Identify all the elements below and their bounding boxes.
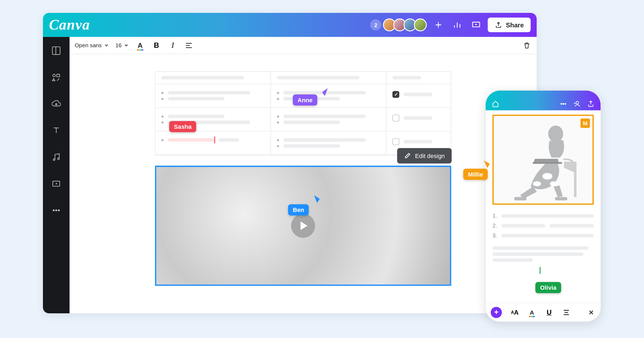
text-icon[interactable]: [50, 124, 62, 137]
bold-button[interactable]: B: [152, 41, 161, 50]
analytics-icon[interactable]: [450, 18, 464, 32]
align-icon[interactable]: [562, 308, 570, 317]
mobile-preview: M: [485, 90, 601, 322]
m-badge: M: [580, 119, 590, 128]
svg-rect-15: [533, 162, 562, 164]
font-size-icon[interactable]: AA: [510, 308, 519, 317]
svg-point-17: [542, 173, 552, 180]
collaborator-cursor-sasha: Sasha: [169, 121, 196, 132]
collaborator-cursor-millie: Millie: [463, 169, 488, 180]
collaborator-count-badge: 2: [370, 19, 382, 31]
svg-rect-20: [555, 197, 567, 200]
collaborator-cursor-olivia: Olivia: [535, 282, 561, 293]
text-color-button[interactable]: A: [136, 41, 145, 50]
svg-point-9: [58, 210, 60, 211]
svg-point-12: [565, 103, 566, 104]
embedded-video[interactable]: Edit design: [155, 166, 451, 286]
svg-point-11: [563, 103, 564, 104]
top-bar: Canva 2 Share: [43, 13, 537, 37]
placeholder-text: [283, 121, 340, 124]
placeholder-text: [393, 76, 421, 79]
placeholder-text: [168, 115, 225, 118]
video-icon[interactable]: [50, 178, 62, 190]
add-collaborator-button[interactable]: [431, 18, 446, 32]
export-icon[interactable]: [587, 100, 595, 108]
text-cursor: [540, 267, 540, 274]
font-family-select[interactable]: Open sans: [75, 42, 108, 49]
canva-logo: Canva: [49, 17, 90, 33]
mobile-top-bar: [486, 91, 601, 111]
share-label: Share: [506, 21, 524, 28]
svg-point-13: [576, 101, 579, 104]
placeholder-text: [502, 214, 594, 218]
svg-point-5: [57, 158, 59, 160]
play-button-icon[interactable]: [291, 214, 315, 238]
edit-design-tooltip[interactable]: Edit design: [397, 148, 452, 164]
placeholder-text: [168, 91, 250, 94]
svg-point-16: [533, 181, 541, 186]
svg-rect-1: [52, 47, 60, 54]
add-button[interactable]: +: [491, 307, 502, 318]
more-icon[interactable]: [559, 100, 567, 108]
checkbox-unchecked[interactable]: [393, 115, 400, 122]
svg-point-8: [56, 210, 57, 211]
text-toolbar: Open sans 16 A B I: [69, 37, 537, 54]
checkbox-checked[interactable]: [393, 91, 400, 98]
svg-point-10: [561, 103, 562, 104]
add-people-icon[interactable]: [573, 100, 581, 108]
present-icon[interactable]: [469, 18, 484, 32]
illustration-frame[interactable]: M: [492, 115, 594, 205]
numbered-list: 1. 2. 3.: [492, 212, 594, 239]
active-edit-text[interactable]: [168, 138, 214, 142]
checkbox-unchecked[interactable]: [393, 138, 400, 145]
placeholder-text: [219, 138, 239, 142]
share-button[interactable]: Share: [488, 18, 531, 32]
avatar[interactable]: [414, 19, 427, 31]
placeholder-text: [283, 115, 366, 118]
person-laptop-illustration: [496, 118, 590, 201]
align-button[interactable]: [184, 41, 194, 50]
mobile-toolbar: + AA A U: [486, 303, 601, 321]
placeholder-text: [502, 224, 546, 227]
svg-point-2: [53, 74, 56, 77]
collaborator-avatars: [386, 19, 427, 31]
placeholder-text: [404, 140, 433, 144]
delete-button[interactable]: [522, 41, 532, 50]
font-size-select[interactable]: 16: [115, 42, 129, 49]
side-nav: [43, 37, 69, 313]
placeholder-text: [162, 76, 244, 79]
uploads-icon[interactable]: [50, 98, 62, 110]
placeholder-text: [404, 93, 433, 96]
svg-point-18: [550, 181, 557, 186]
more-icon[interactable]: [50, 204, 62, 216]
placeholder-text: [283, 144, 340, 148]
elements-icon[interactable]: [50, 71, 62, 83]
svg-point-14: [548, 126, 563, 142]
desktop-window: Canva 2 Share: [43, 13, 537, 313]
templates-icon[interactable]: [50, 45, 62, 57]
text-paragraph[interactable]: [492, 246, 594, 275]
placeholder-text: [168, 97, 225, 101]
mobile-body: M: [486, 110, 601, 303]
home-icon[interactable]: [492, 100, 499, 108]
underline-icon[interactable]: U: [545, 308, 553, 317]
document-table[interactable]: [155, 71, 451, 156]
svg-rect-19: [514, 197, 526, 200]
italic-button[interactable]: I: [168, 41, 177, 50]
placeholder-text: [283, 138, 366, 142]
placeholder-text: [277, 76, 359, 79]
topbar-right: 2 Share: [370, 18, 531, 32]
collaborator-cursor-anne: Anne: [293, 94, 317, 106]
placeholder-text: [502, 234, 594, 237]
audio-icon[interactable]: [50, 151, 62, 163]
svg-rect-3: [57, 74, 60, 77]
svg-point-4: [53, 159, 55, 160]
close-icon[interactable]: [587, 308, 595, 317]
text-color-icon[interactable]: A: [528, 308, 536, 317]
collaborator-cursor-ben: Ben: [288, 204, 309, 216]
svg-point-7: [53, 210, 54, 211]
placeholder-text: [404, 116, 433, 120]
document-canvas[interactable]: Edit design Anne Sasha Ben: [69, 54, 537, 313]
